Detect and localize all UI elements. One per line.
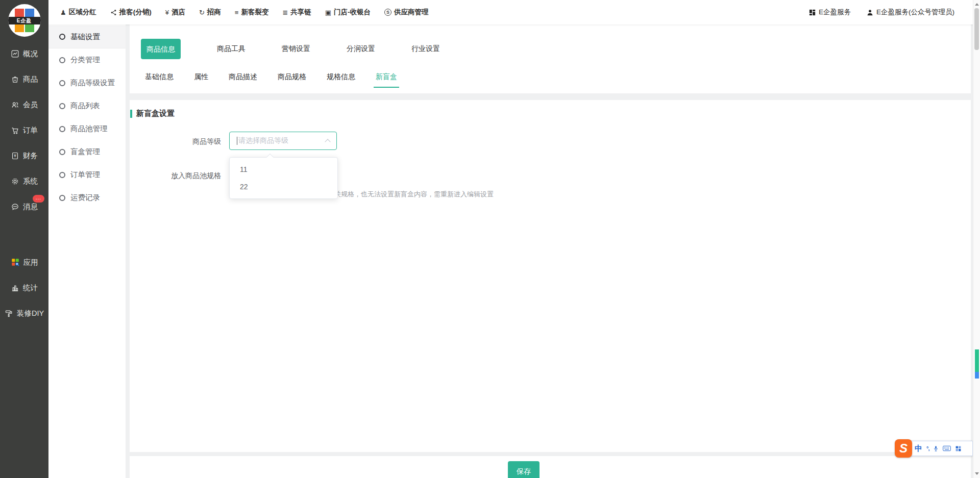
ime-language-toggle[interactable]: 中 [915,444,922,454]
subtab-basic-info[interactable]: 基础信息 [145,72,174,88]
header-account[interactable]: E企盈服务(公众号管理员) [866,8,954,17]
goods-level-select[interactable]: 请选择商品等级 [229,132,337,150]
app-logo: E企盈 [8,4,41,37]
goods-submenu: 基础设置 分类管理 商品等级设置 商品列表 商品池管理 盲盒管理 订单管理 运费… [48,0,126,478]
sidebar-item-messages[interactable]: 消息 ... [0,194,48,219]
goods-bag-icon [11,75,19,84]
topnav-item-distribution[interactable]: 推客(分销) [110,8,152,17]
tabs-panel: 商品信息 商品工具 营销设置 分润设置 行业设置 基础信息 属性 商品描述 商品… [130,24,971,93]
subtab-goods-description[interactable]: 商品描述 [229,72,257,88]
main-sidebar: E企盈 概况 商品 会员 订单 ¥ [0,0,48,478]
save-button[interactable]: 保存 [508,461,540,478]
submenu-item-category[interactable]: 分类管理 [48,48,126,71]
orders-cart-icon [11,126,19,135]
sidebar-item-orders[interactable]: 订单 [0,117,48,143]
top-header: ♟ 区域分红 推客(分销) ¥ 酒店 ↻ 招商 ≡ 新客裂变 ≣ 共享链 ▣ 门… [0,0,980,24]
sidebar-item-apps[interactable]: 应用 [0,249,48,275]
message-icon [11,203,19,211]
topnav-item-fission[interactable]: ≡ 新客裂变 [235,8,269,17]
sidebar-item-label: 消息 [23,202,38,212]
sub-tabs: 基础信息 属性 商品描述 商品规格 规格信息 新盲盒 [145,72,971,88]
scroll-down-arrow[interactable] [975,472,979,475]
grid-icon [808,9,816,16]
section-header: 新盲盒设置 [130,109,175,118]
scroll-up-arrow[interactable] [975,3,979,6]
ime-punctuation-toggle[interactable]: °, [926,445,929,451]
sidebar-menu: 概况 商品 会员 订单 ¥ 财务 [0,41,48,326]
dropdown-option[interactable]: 22 [230,178,337,195]
topnav-item-region-dividend[interactable]: ♟ 区域分红 [60,8,96,17]
paint-roller-icon [5,309,13,318]
submenu-item-blind-box[interactable]: 盲盒管理 [48,140,126,163]
topnav-item-store-cashier[interactable]: ▣ 门店-收银台 [325,8,371,17]
microphone-icon[interactable] [933,445,939,452]
submenu-item-goods-pool[interactable]: 商品池管理 [48,117,126,140]
helper-text: 关规格，也无法设置新盲盒内容，需重新进入编辑设置 [334,190,494,199]
dropdown-arrow [266,154,274,161]
submenu-item-goods-list[interactable]: 商品列表 [48,94,126,117]
page-scrollbar [973,0,980,478]
sidebar-item-members[interactable]: 会员 [0,92,48,117]
sidebar-item-label: 商品 [23,74,38,84]
subtab-goods-spec[interactable]: 商品规格 [278,72,306,88]
menu-icon: ≡ [235,9,239,16]
keyboard-icon[interactable] [943,445,951,451]
sidebar-item-system[interactable]: 系统 [0,168,48,194]
toolbox-grid-icon[interactable] [955,445,962,452]
submenu-item-order-manage[interactable]: 订单管理 [48,163,126,186]
sogou-logo-icon[interactable]: S [895,439,912,458]
s-circle-icon: S [384,9,391,16]
radio-circle-icon [59,80,65,86]
text-caret [237,137,237,145]
header-service-link[interactable]: E企盈服务 [808,8,851,17]
subtab-spec-info[interactable]: 规格信息 [327,72,355,88]
sidebar-item-label: 应用 [23,258,38,267]
dropdown-option[interactable]: 11 [230,161,337,178]
topnav-label: 区域分红 [69,8,96,17]
overview-chart-icon [11,49,19,58]
top-nav: ♟ 区域分红 推客(分销) ¥ 酒店 ↻ 招商 ≡ 新客裂变 ≣ 共享链 ▣ 门… [60,8,429,17]
scrollbar-thumb[interactable] [974,8,979,50]
sidebar-item-stats[interactable]: 统计 [0,275,48,300]
tab-industry-settings[interactable]: 行业设置 [411,44,440,54]
tab-goods-info[interactable]: 商品信息 [141,39,181,59]
tab-profit-settings[interactable]: 分润设置 [347,44,375,54]
submenu-label: 订单管理 [70,170,100,180]
sidebar-item-overview[interactable]: 概况 [0,41,48,66]
radio-circle-icon [59,149,65,155]
topnav-item-investment[interactable]: ↻ 招商 [199,8,221,17]
members-icon [11,100,19,109]
section-accent-bar [130,110,132,118]
sidebar-item-label: 统计 [23,283,38,293]
submenu-label: 分类管理 [70,55,100,65]
submenu-item-goods-level[interactable]: 商品等级设置 [48,71,126,94]
apps-icon [11,258,20,267]
topnav-item-hotel[interactable]: ¥ 酒店 [165,8,185,17]
submenu-item-basic-settings[interactable]: 基础设置 [48,26,126,48]
subtab-attributes[interactable]: 属性 [194,72,208,88]
topnav-item-share-chain[interactable]: ≣ 共享链 [282,8,311,17]
subtab-new-blind-box[interactable]: 新盲盒 [376,72,397,88]
topnav-label: 供应商管理 [394,8,429,17]
sidebar-item-finance[interactable]: ¥ 财务 [0,143,48,168]
chevron-up-icon [325,139,330,144]
topnav-label: 共享链 [290,8,311,17]
topnav-label: 招商 [207,8,221,17]
topnav-item-supplier[interactable]: S 供应商管理 [384,8,429,17]
radio-circle-icon [59,195,65,201]
storefront-icon: ▣ [325,9,331,16]
sidebar-item-goods[interactable]: 商品 [0,66,48,92]
stats-icon [11,284,19,292]
tab-goods-tools[interactable]: 商品工具 [217,44,246,54]
submenu-label: 商品列表 [70,101,100,111]
share-icon [110,9,117,16]
radio-circle-icon [59,34,65,40]
sidebar-item-label: 订单 [23,125,38,135]
pool-spec-label: 放入商品池规格 [130,170,221,181]
sidebar-item-label: 系统 [23,177,38,186]
main-tabs: 商品信息 商品工具 营销设置 分润设置 行业设置 [130,24,971,59]
submenu-item-freight-record[interactable]: 运费记录 [48,186,126,209]
sidebar-item-diy[interactable]: 装修DIY [0,300,48,326]
submenu-label: 基础设置 [70,32,100,42]
tab-marketing-settings[interactable]: 营销设置 [282,44,310,54]
